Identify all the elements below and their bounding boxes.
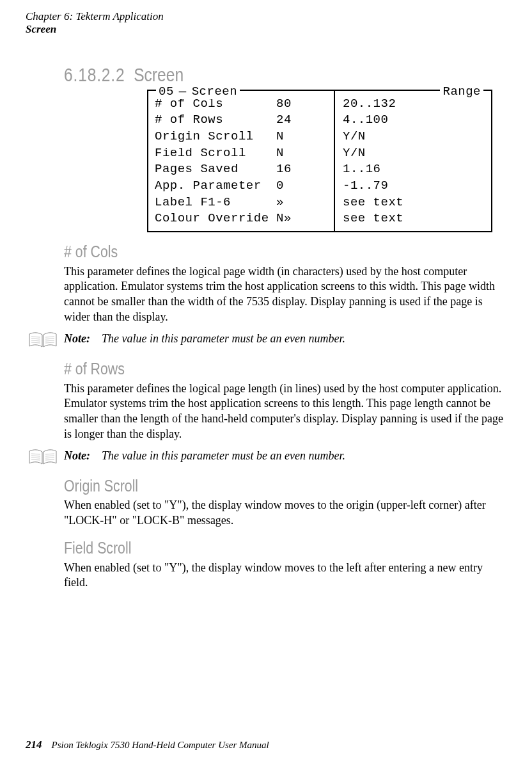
param-value: N»: [276, 211, 321, 227]
note-text: The value in this parameter must be an e…: [102, 449, 345, 462]
param-value: »: [276, 195, 321, 211]
subheading-origin: Origin Scroll: [64, 475, 426, 497]
manual-title: Psion Teklogix 7530 Hand-Held Computer U…: [52, 740, 269, 750]
table-row: Origin Scroll N Y/N: [155, 129, 485, 145]
table-row: Field Scroll N Y/N: [155, 145, 485, 162]
param-value: 16: [276, 161, 321, 178]
section-line: Screen: [26, 23, 506, 36]
param-label: Origin Scroll: [155, 129, 276, 145]
param-label: Colour Override: [155, 211, 276, 227]
subheading-rows: # of Rows: [64, 358, 426, 380]
legend-left: 05: [156, 84, 176, 100]
legend-mid: Screen: [189, 84, 240, 100]
table-row: App. Parameter 0 -1..79: [155, 178, 485, 195]
param-range: Y/N: [334, 145, 485, 162]
subheading-cols: # of Cols: [64, 241, 426, 263]
param-range: 1..16: [334, 161, 485, 178]
param-label: Label F1-6: [155, 195, 276, 211]
param-range: Y/N: [334, 129, 485, 145]
table-row: # of Rows 24 4..100: [155, 112, 485, 129]
subheading-field: Field Scroll: [64, 538, 426, 559]
running-header: Chapter 6: Tekterm Application Screen: [26, 10, 506, 36]
section-number: 6.18.2.2: [64, 64, 125, 85]
body-text: This parameter defines the logical page …: [64, 264, 506, 325]
param-value: 24: [276, 112, 321, 129]
open-book-icon: [28, 447, 58, 467]
body-text: When enabled (set to "Y"), the display w…: [64, 498, 506, 529]
param-value: N: [276, 129, 321, 145]
param-range: see text: [334, 195, 485, 211]
table-row: Label F1-6 » see text: [155, 195, 485, 211]
body-text: When enabled (set to "Y"), the display w…: [64, 561, 506, 591]
note-text: The value in this parameter must be an e…: [102, 332, 345, 345]
legend-right: Range: [440, 84, 483, 100]
param-label: # of Rows: [155, 112, 276, 129]
page-footer: 214 Psion Teklogix 7530 Hand-Held Comput…: [26, 738, 269, 752]
open-book-icon: [28, 330, 58, 349]
section-title: Screen: [134, 64, 184, 85]
page-number: 214: [26, 738, 42, 751]
param-label: Field Scroll: [155, 145, 276, 162]
table-row: Pages Saved 16 1..16: [155, 161, 485, 178]
param-range: see text: [334, 211, 485, 227]
body-text: This parameter defines the logical page …: [64, 381, 506, 442]
terminal-figure: 05 — Screen Range # of Cols 80 20..132 #…: [147, 90, 492, 232]
param-label: App. Parameter: [155, 178, 276, 195]
note-label: Note:: [64, 332, 90, 345]
note-block: Note: The value in this parameter must b…: [28, 330, 506, 349]
param-label: Pages Saved: [155, 161, 276, 178]
param-range: 4..100: [334, 112, 485, 129]
param-range: -1..79: [334, 178, 485, 195]
table-row: Colour Override N» see text: [155, 211, 485, 227]
note-label: Note:: [64, 449, 90, 462]
param-value: 0: [276, 178, 321, 195]
terminal-legend: 05 — Screen Range: [148, 84, 491, 100]
param-value: N: [276, 145, 321, 162]
chapter-line: Chapter 6: Tekterm Application: [26, 10, 506, 23]
note-block: Note: The value in this parameter must b…: [28, 447, 506, 467]
